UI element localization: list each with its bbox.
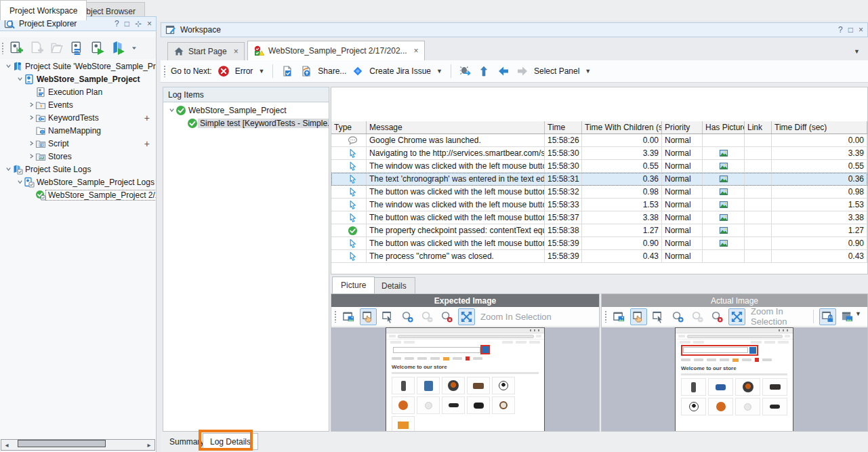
dropdown-caret-icon[interactable]: ▼: [585, 68, 591, 75]
column-header-link[interactable]: Link: [745, 121, 772, 133]
create-jira-issue-button[interactable]: Create Jira Issue: [369, 66, 431, 76]
collapse-icon[interactable]: [4, 166, 12, 172]
run-project-button[interactable]: [89, 39, 106, 57]
log-row[interactable]: The button was clicked with the left mou…: [331, 186, 867, 199]
log-row[interactable]: The window was clicked with the left mou…: [331, 160, 867, 173]
collapse-icon[interactable]: [167, 107, 175, 113]
log-row[interactable]: The text 'chronograph' was entered in th…: [331, 173, 867, 186]
log-row[interactable]: The button was clicked with the left mou…: [331, 211, 867, 224]
scroll-right-icon[interactable]: ▸: [144, 441, 154, 449]
document-tab[interactable]: Start Page×: [167, 42, 245, 60]
expand-icon[interactable]: [27, 102, 35, 108]
toolbar-grip[interactable]: [1, 42, 5, 54]
error-circle-button[interactable]: [216, 64, 231, 79]
lock-image-button[interactable]: [819, 308, 836, 325]
zoom-reset-button[interactable]: [709, 308, 726, 325]
column-header-time[interactable]: Time: [545, 121, 582, 133]
close-tab-icon[interactable]: ×: [234, 47, 239, 56]
column-header-message[interactable]: Message: [367, 121, 545, 133]
run-project-suite-button[interactable]: [109, 39, 127, 57]
tree-item[interactable]: Stores: [0, 150, 156, 163]
log-row[interactable]: The property checkpoint passed: contentT…: [331, 224, 867, 237]
pin-button[interactable]: ⊹: [135, 20, 142, 28]
select-arrow-button[interactable]: [650, 308, 667, 325]
fit-screen-button[interactable]: [728, 308, 745, 325]
add-button[interactable]: +: [144, 112, 150, 123]
zoom-out-button[interactable]: [689, 308, 706, 325]
tree-item[interactable]: WebStore_Sample_Project: [0, 73, 156, 85]
zoom-in-button[interactable]: [399, 308, 416, 325]
tree-item[interactable]: Execution Plan: [0, 85, 156, 98]
jira-button[interactable]: [350, 64, 365, 79]
dropdown-caret-icon[interactable]: ▼: [855, 310, 861, 323]
close-button[interactable]: ×: [859, 26, 863, 34]
log-row[interactable]: The window was clicked with the left mou…: [331, 199, 867, 211]
dropdown-caret-icon[interactable]: ▼: [258, 68, 264, 75]
expand-icon[interactable]: [27, 115, 35, 121]
select-arrow-button[interactable]: [379, 308, 396, 325]
tab-picture[interactable]: Picture: [332, 276, 375, 293]
tree-item[interactable]: NameMapping: [0, 124, 156, 137]
doc-share-button[interactable]: [299, 64, 314, 79]
help-button[interactable]: ?: [838, 26, 843, 34]
tree-item[interactable]: Project Suite 'WebStore_Sample_Project: [0, 60, 156, 73]
tree-item[interactable]: KeywordTests+: [0, 111, 156, 124]
left-arrow-button[interactable]: [496, 64, 511, 79]
add-existing-item-button[interactable]: [28, 39, 45, 57]
tree-item[interactable]: Simple test [KeywordTests - Simple...: [163, 117, 329, 129]
log-row[interactable]: Google Chrome was launched.15:58:260.00N…: [331, 134, 867, 147]
image-canvas[interactable]: Welcome to our store: [331, 327, 599, 431]
column-header-time-diff-sec-[interactable]: Time Diff (sec): [772, 121, 867, 133]
column-header-type[interactable]: Type: [331, 121, 367, 133]
column-header-has-picture[interactable]: Has Picture: [703, 121, 745, 133]
scrollbar-thumb[interactable]: [18, 440, 106, 447]
document-tab[interactable]: WebStore_Sample_Project 2/17/202...×: [247, 41, 425, 60]
go-to-next-type[interactable]: Error: [235, 66, 253, 76]
toolbar-grip[interactable]: [604, 310, 608, 323]
tree-item[interactable]: WebStore_Sample_Project: [163, 104, 329, 117]
pan-hand-button[interactable]: [630, 308, 647, 325]
zoom-in-button[interactable]: [669, 308, 686, 325]
app-tab-project-workspace[interactable]: Project Workspace: [0, 0, 87, 20]
tree-item[interactable]: Project Suite Logs: [0, 163, 156, 176]
collapse-icon[interactable]: [16, 179, 24, 185]
scroll-left-icon[interactable]: ◂: [1, 441, 12, 449]
tree-item[interactable]: Events: [0, 98, 156, 111]
help-button[interactable]: ?: [115, 20, 119, 28]
up-arrow-button[interactable]: [477, 64, 492, 79]
add-button[interactable]: +: [144, 138, 150, 149]
zoom-reset-button[interactable]: [438, 308, 455, 325]
zoom-out-button[interactable]: [419, 308, 436, 325]
tree-item[interactable]: WebStore_Sample_Project 2/17,: [0, 188, 156, 201]
log-row[interactable]: The button was clicked with the left mou…: [331, 237, 867, 250]
close-button[interactable]: ×: [147, 20, 152, 28]
bottom-tab-log-details[interactable]: Log Details: [203, 433, 258, 450]
collapse-icon[interactable]: [4, 63, 12, 69]
column-header-priority[interactable]: Priority: [662, 121, 703, 133]
maximize-button[interactable]: □: [125, 20, 129, 28]
toolbar-grip[interactable]: [163, 65, 167, 77]
share-button[interactable]: Share...: [318, 66, 346, 76]
window-image-button[interactable]: [340, 308, 357, 325]
right-arrow-button[interactable]: [515, 64, 530, 79]
log-row[interactable]: Navigating to the http://services.smartb…: [331, 147, 867, 160]
horizontal-scrollbar[interactable]: ◂ ▸: [1, 439, 155, 451]
doc-check-button[interactable]: [280, 64, 295, 79]
expand-icon[interactable]: [27, 153, 35, 159]
select-panel-button[interactable]: Select Panel: [534, 66, 579, 76]
maximize-button[interactable]: □: [848, 26, 853, 34]
toolbar-grip[interactable]: [334, 310, 337, 323]
open-item-button[interactable]: [48, 39, 66, 57]
pan-hand-button[interactable]: [360, 308, 377, 325]
tab-details[interactable]: Details: [373, 277, 415, 293]
image-canvas[interactable]: Welcome to our store: [602, 327, 867, 431]
window-image-button[interactable]: [611, 308, 627, 325]
log-row[interactable]: The process "chrome" was closed.15:58:39…: [331, 250, 867, 263]
image-options-button[interactable]: ▼: [839, 308, 865, 325]
add-new-item-button[interactable]: [7, 39, 25, 57]
close-tab-icon[interactable]: ×: [414, 46, 419, 56]
bug-next-button[interactable]: [458, 64, 473, 79]
tree-item[interactable]: WebStore_Sample_Project Logs: [0, 176, 156, 188]
expand-icon[interactable]: [27, 140, 35, 146]
execution-plan-button[interactable]: [68, 39, 86, 57]
